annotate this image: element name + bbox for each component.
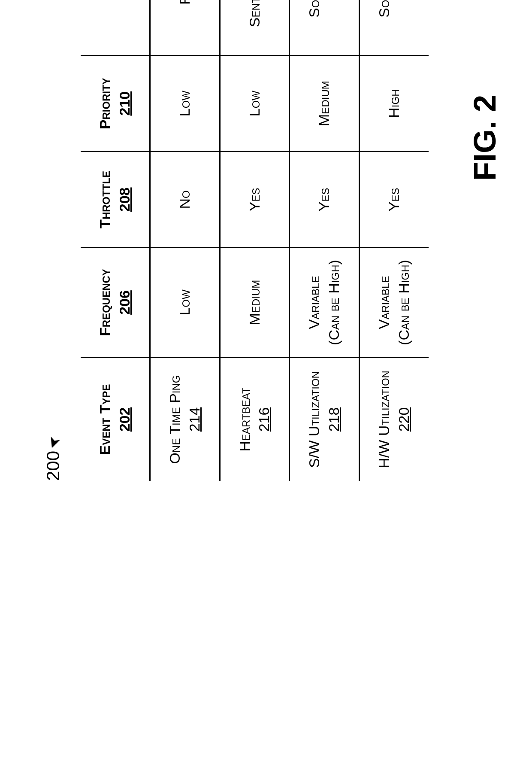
col-header-num: 208: [115, 160, 135, 239]
col-header-frequency: Frequency 206: [81, 248, 150, 358]
cell-frequency: Variable (Can be High): [360, 248, 429, 358]
event-type-num: 218: [324, 366, 344, 473]
col-header-num: 210: [115, 64, 135, 143]
cell-event-type: Heartbeat 216: [220, 357, 290, 481]
col-header-description: Description 212: [81, 0, 150, 55]
cell-frequency: Variable (Can be High): [290, 248, 360, 358]
frequency-value: Low: [176, 289, 193, 315]
event-type-num: 216: [254, 366, 274, 473]
event-type-label: S/W Utilization: [305, 366, 324, 473]
cell-priority: Low: [220, 55, 290, 152]
cell-event-type: One Time Ping 214: [150, 357, 220, 481]
col-header-throttle: Throttle 208: [81, 152, 150, 248]
figure-reference: 200➤: [43, 0, 63, 481]
table-row: H/W Utilization 220 Variable (Can be Hig…: [360, 0, 429, 481]
col-header-priority: Priority 210: [81, 55, 150, 152]
cell-throttle: Yes: [360, 152, 429, 248]
table-header-row: Event Type 202 Frequency 206 Throttle 20…: [81, 0, 150, 481]
cell-description: First time live in the field: [150, 0, 220, 55]
table-row: Heartbeat 216 Medium Yes Low Sent at a p…: [220, 0, 290, 481]
cell-priority: High: [360, 55, 429, 152]
col-header-num: 202: [115, 366, 135, 473]
figure-caption: FIG. 2: [467, 0, 502, 481]
figure-reference-number: 200: [43, 451, 63, 481]
cell-priority: Low: [150, 55, 220, 152]
table-row: One Time Ping 214 Low No Low First time …: [150, 0, 220, 481]
frequency-sub: (Can be High): [394, 256, 414, 349]
frequency-value: Medium: [246, 280, 263, 325]
col-header-num: 206: [115, 256, 135, 349]
reference-arrow-icon: ➤: [43, 434, 65, 452]
cell-event-type: S/W Utilization 218: [290, 357, 360, 481]
cell-description: Software application's use of hadrware r…: [360, 0, 429, 55]
event-type-label: H/W Utilization: [375, 366, 394, 473]
event-type-num: 220: [394, 366, 414, 473]
cell-description: Software application's use of software r…: [290, 0, 360, 55]
frequency-value: Variable: [376, 276, 392, 329]
cell-priority: Medium: [290, 55, 360, 152]
event-type-label: One Time Ping: [165, 366, 185, 473]
cell-throttle: Yes: [220, 152, 290, 248]
cell-throttle: No: [150, 152, 220, 248]
frequency-value: Variable: [306, 276, 322, 329]
col-header-num: 212: [115, 0, 135, 47]
cell-frequency: Medium: [220, 248, 290, 358]
event-type-table: Event Type 202 Frequency 206 Throttle 20…: [81, 0, 429, 481]
cell-event-type: H/W Utilization 220: [360, 357, 429, 481]
table-row: S/W Utilization 218 Variable (Can be Hig…: [290, 0, 360, 481]
col-header-label: Priority: [95, 64, 115, 143]
event-type-label: Heartbeat: [235, 366, 255, 473]
col-header-label: Description: [95, 0, 115, 47]
col-header-label: Frequency: [95, 256, 115, 349]
cell-description: Sent at a predetermined interval: [220, 0, 290, 55]
col-header-label: Throttle: [95, 160, 115, 239]
cell-frequency: Low: [150, 248, 220, 358]
frequency-sub: (Can be High): [324, 256, 344, 349]
event-type-num: 214: [185, 366, 205, 473]
col-header-label: Event Type: [95, 366, 115, 473]
cell-throttle: Yes: [290, 152, 360, 248]
col-header-event-type: Event Type 202: [81, 357, 150, 481]
